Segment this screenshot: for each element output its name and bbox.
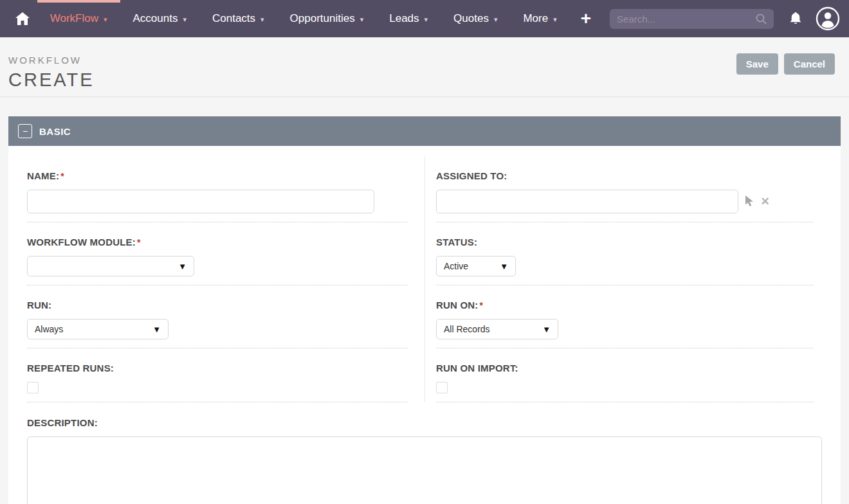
nav-item-more[interactable]: More ▾: [510, 0, 569, 37]
save-button[interactable]: Save: [736, 53, 778, 75]
dropdown-arrow-icon: ▼: [152, 325, 161, 334]
nav-item-label: Contacts: [212, 12, 255, 25]
assigned-to-label: ASSIGNED TO:: [436, 170, 814, 181]
workflow-module-select[interactable]: ▼: [27, 256, 194, 276]
page-header: WORKFLOW CREATE Save Cancel: [0, 37, 849, 97]
nav-item-label: Leads: [389, 12, 419, 25]
dropdown-arrow-icon: ▼: [178, 262, 187, 271]
nav-item-opportunities[interactable]: Opportunities ▾: [277, 0, 377, 37]
field-run: RUN: Always ▼: [27, 285, 424, 348]
dropdown-arrow-icon: ▼: [542, 325, 551, 334]
run-select[interactable]: Always ▼: [27, 319, 169, 339]
status-label: STATUS:: [436, 237, 814, 248]
field-run-on-import: RUN ON IMPORT:: [424, 348, 822, 402]
assigned-to-input[interactable]: [436, 190, 738, 213]
header-actions: Save Cancel: [736, 53, 835, 75]
name-input[interactable]: [27, 190, 374, 213]
description-label: DESCRIPTION:: [27, 417, 822, 428]
nav-home-button[interactable]: [8, 0, 37, 37]
nav-item-label: Accounts: [133, 12, 178, 25]
required-mark: *: [137, 237, 141, 248]
nav-item-label: More: [523, 12, 548, 25]
nav-item-workflow[interactable]: WorkFlow ▾: [37, 0, 120, 37]
field-workflow-module: WORKFLOW MODULE:* ▼: [27, 222, 424, 285]
bell-icon: [789, 12, 802, 26]
minus-icon: −: [23, 127, 28, 136]
nav-item-label: Opportunities: [290, 12, 355, 25]
global-search[interactable]: [610, 9, 774, 29]
basic-panel: − BASIC NAME:* ASSIGNED TO:: [8, 116, 841, 504]
nav-item-label: WorkFlow: [50, 12, 98, 25]
select-user-button[interactable]: [744, 195, 755, 208]
name-label: NAME:*: [27, 170, 408, 181]
top-navbar: WorkFlow ▾ Accounts ▾ Contacts ▾ Opportu…: [0, 0, 849, 37]
avatar: [816, 6, 840, 31]
selected-value: Active: [444, 261, 468, 271]
cancel-button[interactable]: Cancel: [784, 53, 835, 75]
chevron-down-icon: ▾: [183, 15, 187, 24]
search-icon: [756, 14, 767, 24]
nav-item-quotes[interactable]: Quotes ▾: [441, 0, 510, 37]
home-icon: [15, 12, 30, 25]
clear-assigned-button[interactable]: ✕: [761, 195, 770, 208]
form-grid: NAME:* ASSIGNED TO:: [27, 156, 822, 402]
panel-header-basic: − BASIC: [8, 116, 841, 146]
nav-item-leads[interactable]: Leads ▾: [376, 0, 441, 37]
panel-title: BASIC: [39, 126, 71, 137]
run-on-label: RUN ON:*: [436, 300, 814, 310]
collapse-panel-button[interactable]: −: [18, 124, 32, 138]
selected-value: Always: [35, 324, 63, 334]
field-repeated-runs: REPEATED RUNS:: [27, 348, 424, 402]
selected-value: All Records: [444, 324, 490, 334]
required-mark: *: [60, 171, 64, 181]
field-assigned-to: ASSIGNED TO: ✕: [424, 156, 822, 222]
close-icon: ✕: [761, 195, 770, 208]
page-title: CREATE: [8, 69, 841, 91]
run-on-select[interactable]: All Records ▼: [436, 319, 558, 339]
chevron-down-icon: ▾: [104, 15, 107, 24]
nav-item-label: Quotes: [453, 12, 489, 25]
field-status: STATUS: Active ▼: [424, 222, 822, 285]
cursor-arrow-icon: [744, 195, 755, 208]
notifications-button[interactable]: [789, 12, 802, 26]
repeated-runs-label: REPEATED RUNS:: [27, 363, 408, 374]
description-textarea[interactable]: [27, 437, 822, 504]
user-menu-button[interactable]: [816, 6, 840, 31]
nav-item-contacts[interactable]: Contacts ▾: [199, 0, 277, 37]
field-name: NAME:*: [27, 156, 424, 222]
run-label: RUN:: [27, 300, 408, 310]
field-description: DESCRIPTION:: [27, 402, 822, 504]
repeated-runs-checkbox[interactable]: [27, 382, 39, 393]
required-mark: *: [480, 300, 484, 310]
panel-body: NAME:* ASSIGNED TO:: [8, 146, 841, 504]
chevron-down-icon: ▾: [553, 15, 557, 24]
chevron-down-icon: ▾: [494, 15, 498, 24]
field-run-on: RUN ON:* All Records ▼: [424, 285, 822, 348]
search-input[interactable]: [617, 14, 756, 24]
run-on-import-label: RUN ON IMPORT:: [436, 363, 814, 374]
chevron-down-icon: ▾: [260, 15, 264, 24]
quick-create-button[interactable]: +: [572, 10, 599, 28]
plus-icon: +: [581, 8, 591, 28]
chevron-down-icon: ▾: [360, 15, 364, 24]
breadcrumb-module: WORKFLOW: [8, 55, 841, 66]
dropdown-arrow-icon: ▼: [500, 262, 508, 271]
nav-item-accounts[interactable]: Accounts ▾: [120, 0, 199, 37]
status-select[interactable]: Active ▼: [436, 256, 516, 276]
run-on-import-checkbox[interactable]: [436, 382, 448, 393]
workflow-module-label: WORKFLOW MODULE:*: [27, 237, 408, 248]
chevron-down-icon: ▾: [424, 15, 428, 24]
